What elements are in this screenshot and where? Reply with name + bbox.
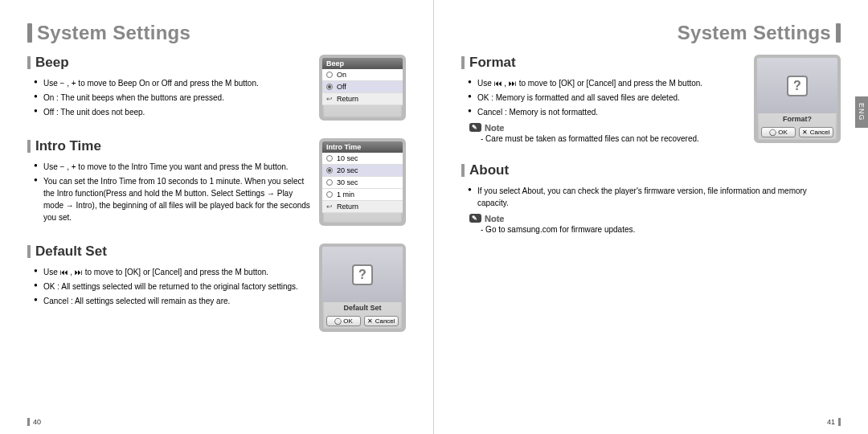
section-beep: Beep Use − , + to move to Beep On or Off… <box>27 55 406 121</box>
page-left: System Settings Beep Use − , + to move t… <box>0 0 434 434</box>
heading-intro-text: Intro Time <box>35 138 101 154</box>
title-accent <box>836 23 841 43</box>
note-label: Note <box>485 123 504 133</box>
screenshot-default: ? Default Set ◯ OK ✕ Cancel <box>319 244 406 332</box>
beep-bullet-1: On : The unit beeps when the buttons are… <box>35 92 311 104</box>
default-bullet-0: Use ⏮ , ⏭ to move to [OK] or [Cancel] an… <box>35 266 311 278</box>
question-icon: ? <box>352 264 373 285</box>
intro-bullet-0: Use − , + to move to the Intro Time you … <box>35 161 311 173</box>
screenshot-intro: Intro Time 10 sec 20 sec 30 sec 1 min ↩R… <box>319 138 406 226</box>
page-title: System Settings <box>678 22 831 44</box>
ss-intro-10: 10 sec <box>322 153 403 165</box>
page-right: System Settings Format Use ⏮ , ⏭ to move… <box>434 0 868 434</box>
heading-default-text: Default Set <box>35 244 107 260</box>
screenshot-format: ? Format? ◯ OK ✕ Cancel <box>754 55 841 143</box>
ss-intro-20: 20 sec <box>322 165 403 177</box>
title-accent <box>27 23 32 43</box>
note-icon <box>469 123 481 132</box>
dialog-default-label: Default Set <box>322 302 403 313</box>
default-bullet-1: OK : All settings selected will be retur… <box>35 280 311 293</box>
section-intro: Intro Time Use − , + to move to the Intr… <box>27 138 406 226</box>
page-number-left: 40 <box>27 418 41 426</box>
section-format: Format Use ⏮ , ⏭ to move to [OK] or [Can… <box>461 55 841 145</box>
ss-beep-off: Off <box>322 81 403 93</box>
ss-beep-header: Beep <box>322 58 403 69</box>
radio-icon <box>326 179 333 186</box>
beep-bullet-2: Off : The unit does not beep. <box>35 106 311 118</box>
format-bullet-2: Cancel : Memory is not formatted. <box>469 106 746 118</box>
radio-icon <box>326 155 333 162</box>
radio-icon <box>326 72 333 78</box>
dialog-cancel: ✕ Cancel <box>364 316 399 326</box>
format-bullet-1: OK : Memory is formatted and all saved f… <box>469 92 746 104</box>
radio-icon <box>326 191 333 198</box>
section-about: About If you select About, you can check… <box>461 162 841 235</box>
ss-intro-return: ↩Return <box>322 201 403 213</box>
dialog-ok: ◯ OK <box>326 316 361 326</box>
page-number-right: 41 <box>827 418 841 426</box>
lang-tab: ENG <box>855 96 868 128</box>
about-note-text: - Go to samsung.com for firmware updates… <box>461 223 833 235</box>
question-icon: ? <box>787 76 808 96</box>
radio-icon <box>326 167 333 174</box>
dialog-format-label: Format? <box>757 113 837 125</box>
heading-default: Default Set <box>27 244 311 260</box>
default-bullet-2: Cancel : All settings selected will rema… <box>35 295 311 307</box>
ss-beep-on: On <box>322 69 403 81</box>
format-note-text: - Care must be taken as formatted files … <box>461 133 746 145</box>
intro-bullet-1: You can set the Intro Time from 10 secon… <box>35 175 311 223</box>
ss-beep-return: ↩Return <box>322 93 403 105</box>
heading-intro: Intro Time <box>27 138 311 154</box>
ss-intro-1min: 1 min <box>322 189 403 201</box>
heading-format-text: Format <box>469 55 516 71</box>
page-title-bar-left: System Settings <box>27 19 406 47</box>
return-icon: ↩ <box>326 203 333 211</box>
heading-beep: Beep <box>27 55 311 71</box>
ss-intro-30: 30 sec <box>322 177 403 189</box>
section-default: Default Set Use ⏮ , ⏭ to move to [OK] or… <box>27 244 406 332</box>
heading-about: About <box>461 162 833 178</box>
beep-bullet-0: Use − , + to move to Beep On or Off and … <box>35 77 311 89</box>
dialog-ok: ◯ OK <box>761 127 796 137</box>
about-bullet-0: If you select About, you can check the p… <box>469 185 833 209</box>
heading-format: Format <box>461 55 746 71</box>
screenshot-beep: Beep On Off ↩Return <box>319 55 406 121</box>
heading-about-text: About <box>469 162 509 178</box>
dialog-cancel: ✕ Cancel <box>799 127 833 137</box>
ss-intro-header: Intro Time <box>322 141 403 153</box>
return-icon: ↩ <box>326 95 333 103</box>
note-icon <box>469 214 481 223</box>
note-label: Note <box>485 214 504 223</box>
heading-beep-text: Beep <box>35 55 69 71</box>
format-bullet-0: Use ⏮ , ⏭ to move to [OK] or [Cancel] an… <box>469 77 746 89</box>
page-title-bar-right: System Settings <box>461 19 841 47</box>
radio-icon <box>326 84 333 90</box>
page-title: System Settings <box>37 22 190 44</box>
